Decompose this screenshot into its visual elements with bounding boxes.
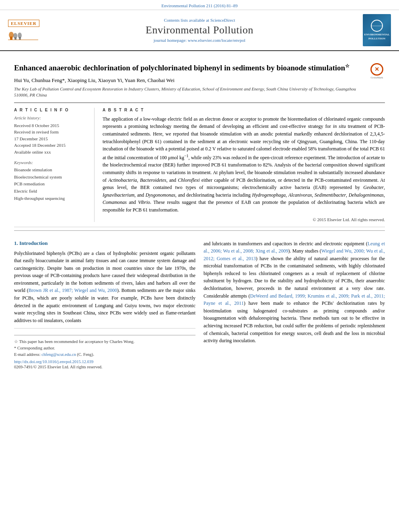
article-title: Enhanced anaerobic dechlorination of pol… [14,63,365,73]
keyword-bes: Bioelectrochemical system [14,174,88,181]
article-info-column: A R T I C L E I N F O Article history: R… [14,108,95,222]
footnote-divider [14,335,195,335]
accepted-date: Accepted 18 December 2015 [14,142,88,149]
journal-header: ELSEVIER Contents lists available at Sci… [0,10,399,51]
elsevier-logo: ELSEVIER [8,20,39,27]
intro-section-title: 1. Introduction [14,240,195,246]
svg-point-3 [13,33,17,39]
received-revised-date: 17 December 2015 [14,136,88,142]
doi-line[interactable]: http://dx.doi.org/10.1016/j.envpol.2015.… [14,359,195,364]
footnote-email: E-mail address: chfeng@scut.edu.cn (C. F… [14,351,195,358]
article-title-section: Enhanced anaerobic dechlorination of pol… [14,57,385,103]
sciencedirect-line: Contents lists available at ScienceDirec… [48,18,351,23]
issn-line: 0269-7491/© 2015 Elsevier Ltd. All right… [14,365,195,369]
page: Environmental Pollution 211 (2016) 81–89… [0,0,399,532]
footnote-star: ☆ This paper has been recommended for ac… [14,339,195,345]
journal-top-bar: Environmental Pollution 211 (2016) 81–89 [0,0,399,10]
journal-citation: Environmental Pollution 211 (2016) 81–89 [161,3,238,8]
svg-point-5 [18,33,22,38]
intro-left-column: 1. Introduction Polychlorinated biphenyl… [14,240,195,372]
journal-title: Environmental Pollution [48,24,351,36]
received-date: Received 8 October 2015 [14,122,88,129]
journal-badge: ENVIRONMENTAL POLLUTION [363,14,391,46]
keyword-sequencing: High-throughput sequencing [14,195,88,202]
abstract-header: A B S T R A C T [103,108,385,112]
abstract-text: The application of a low-voltage electri… [103,115,385,214]
intro-right-text: and lubricants in transformers and capac… [204,240,385,345]
copyright-line: © 2015 Elsevier Ltd. All rights reserved… [103,217,385,222]
title-star: ☆ [345,63,350,69]
history-label: Article history: [14,115,88,120]
affiliation-line: The Key Lab of Pollution Control and Eco… [14,86,365,99]
journal-header-center: Contents lists available at ScienceDirec… [48,18,351,43]
footnote-section: ☆ This paper has been recommended for ac… [14,328,195,372]
journal-homepage-line: journal homepage: www.elsevier.com/locat… [48,38,351,43]
journal-badge-section: ENVIRONMENTAL POLLUTION [351,14,391,46]
footnote-corresponding: * Corresponding author. [14,345,195,351]
section-divider [14,230,385,231]
crossmark-label: CrossMark [370,76,383,79]
available-online: Available online xxx [14,149,88,156]
main-content: Enhanced anaerobic dechlorination of pol… [0,51,399,384]
intro-two-col: 1. Introduction Polychlorinated biphenyl… [14,240,385,372]
email-link[interactable]: chfeng@scut.edu.cn [41,352,76,357]
keywords-section: Keywords: Bioanode stimulation Bioelectr… [14,160,88,202]
intro-left-text: Polychlorinated biphenyls (PCBs) are a c… [14,250,195,325]
journal-homepage-link[interactable]: www.elsevier.com/locate/envpol [188,38,245,43]
keyword-pcb: PCB remediation [14,181,88,188]
abstract-column: A B S T R A C T The application of a low… [103,108,385,222]
authors-line: Hui Yu, Chunhua Feng*, Xiaoping Liu, Xia… [14,77,365,84]
crossmark-icon [370,63,383,76]
globe-icon [371,20,383,32]
keywords-label: Keywords: [14,160,88,165]
received-revised-label: Received in revised form [14,129,88,136]
keyword-bioanode: Bioanode stimulation [14,166,88,174]
introduction-section: 1. Introduction Polychlorinated biphenyl… [14,234,385,378]
keyword-electric: Electric field [14,188,88,195]
sciencedirect-link[interactable]: ScienceDirect [210,18,235,23]
svg-point-1 [9,32,14,38]
intro-right-column: and lubricants in transformers and capac… [204,240,385,372]
article-info-abstract-section: A R T I C L E I N F O Article history: R… [14,103,385,227]
elsevier-tree-icon [8,29,40,41]
elsevier-logo-section: ELSEVIER [8,20,48,41]
crossmark-badge: CrossMark [369,63,385,79]
article-info-header: A R T I C L E I N F O [14,108,88,112]
